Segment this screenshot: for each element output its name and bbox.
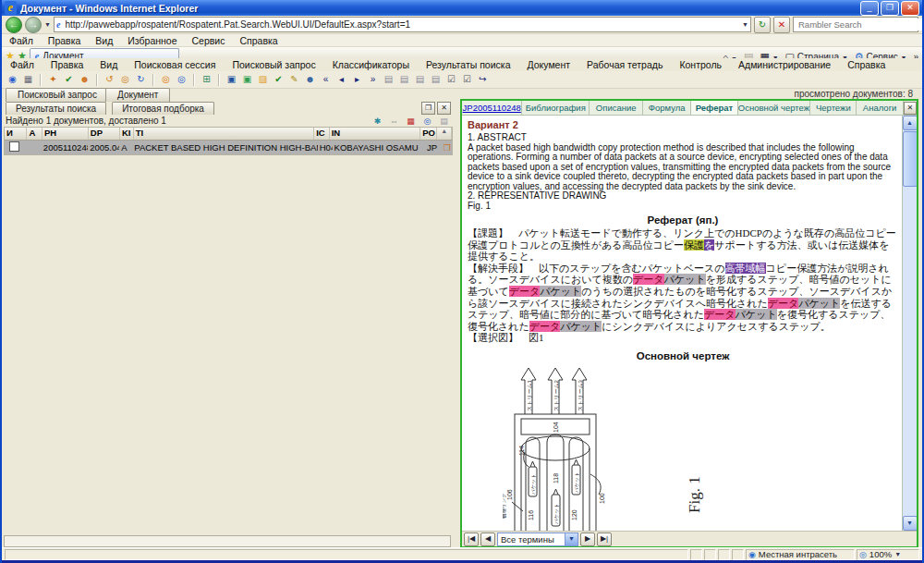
app-menu-classifiers[interactable]: Классификаторы (324, 59, 418, 70)
vertical-scrollbar[interactable]: ▲ ▼ (902, 116, 917, 531)
app-menu-view[interactable]: Вид (91, 59, 126, 70)
tab-drawings[interactable]: Чертежи (810, 101, 857, 115)
refresh-icon[interactable]: ↻ (134, 73, 148, 86)
nav-prev-button[interactable]: ◀ (480, 532, 495, 546)
search-input[interactable] (796, 18, 922, 31)
close-button[interactable]: ✕ (901, 1, 919, 16)
nav-last-icon[interactable]: » (366, 73, 380, 86)
tab-search-results[interactable]: Результаты поиска (6, 102, 106, 115)
jump-icon[interactable]: ↪ (476, 73, 490, 86)
document-icon[interactable]: ▤ (437, 115, 451, 128)
menu-favorites[interactable]: Избранное (120, 35, 184, 46)
zoom-panel[interactable]: ◎ 100% ▼ (857, 549, 919, 560)
tab-claims[interactable]: Формула (643, 101, 691, 115)
app-menu-administration[interactable]: Администрирование (730, 59, 839, 70)
col-header-po[interactable]: PO (420, 128, 437, 140)
tab-final-selection[interactable]: Итоговая подборка (112, 102, 214, 115)
col-header-ki[interactable]: KI (120, 128, 134, 140)
print-icon[interactable]: ▦ (21, 73, 35, 86)
col-header-ic[interactable]: IC (314, 128, 329, 140)
url-dropdown-icon[interactable]: ▼ (742, 21, 748, 28)
nav-first-button[interactable]: |◀ (464, 532, 479, 546)
app-menu-workbook[interactable]: Рабочая тетрадь (578, 59, 671, 70)
fit-columns-icon[interactable]: ⇔ (387, 115, 401, 128)
col-header-dp[interactable]: DP (89, 128, 120, 140)
col-header-i[interactable]: И (5, 128, 27, 140)
app-menu-search-query[interactable]: Поисковый запрос (224, 59, 323, 70)
menu-tools[interactable]: Сервис (185, 35, 233, 46)
undo-icon[interactable]: ↺ (103, 73, 116, 86)
check-icon[interactable]: ✔ (272, 73, 286, 86)
menu-file[interactable]: Файл (2, 35, 41, 46)
checkbox-all-icon[interactable]: ☑ (444, 73, 458, 86)
view-toggle-icon[interactable]: ▦ (404, 115, 418, 128)
scroll-down-icon[interactable]: ▼ (903, 516, 918, 531)
url-input[interactable] (63, 18, 739, 31)
col-header-in[interactable]: IN (330, 128, 421, 140)
folder-icon[interactable]: ▨ (256, 73, 270, 86)
row-checkbox[interactable] (9, 141, 19, 152)
search-orange-icon[interactable]: ◎ (159, 73, 173, 86)
pane-maximize-button[interactable]: ❒ (421, 102, 435, 115)
window-blue-icon[interactable]: ▣ (225, 73, 238, 86)
checkbox-none-icon[interactable]: ☑ (460, 73, 474, 86)
tab-analogs[interactable]: Аналоги (857, 101, 903, 115)
tab-main-drawing[interactable]: Основной чертеж (738, 101, 811, 115)
chevron-down-icon[interactable]: ▼ (565, 533, 578, 545)
app-menu-document[interactable]: Документ (518, 59, 578, 70)
nav-next-icon[interactable]: ▸ (350, 73, 364, 86)
nav-prev-icon[interactable]: ◂ (334, 73, 348, 86)
page-prev-icon[interactable]: ▤ (397, 73, 411, 86)
page-next-icon[interactable]: ▤ (413, 73, 427, 86)
search-blue-icon[interactable]: ◎ (175, 73, 188, 86)
col-header-a[interactable]: А (27, 128, 42, 140)
tab-patent-number[interactable]: JP2005110248 (462, 101, 522, 115)
settings-icon[interactable]: ✱ (371, 115, 384, 128)
menu-view[interactable]: Вид (88, 35, 120, 46)
history-dropdown-icon[interactable]: ▼ (44, 21, 51, 28)
horizontal-scrollbar[interactable] (4, 535, 451, 547)
app-menu-control[interactable]: Контроль (671, 59, 730, 70)
stop-button[interactable]: ✕ (773, 17, 790, 33)
user-icon[interactable]: ☻ (78, 73, 91, 86)
validate-icon[interactable]: ✔ (62, 73, 76, 86)
pane-close-button[interactable]: ✕ (437, 102, 451, 115)
menu-help[interactable]: Справка (232, 35, 285, 46)
table-row[interactable]: 2005110248 2005.04.21 A PACKET BASED HIG… (4, 141, 453, 155)
minimize-button[interactable]: _ (860, 1, 879, 16)
nav-first-icon[interactable]: « (319, 73, 333, 86)
forward-button[interactable]: → (25, 17, 42, 33)
session-icon[interactable]: ✦ (46, 73, 60, 86)
open-document-icon[interactable]: ❐ (442, 143, 452, 153)
tab-bibliography[interactable]: Библиография (522, 101, 590, 115)
tab-description[interactable]: Описание (590, 101, 643, 115)
page-first-icon[interactable]: ▤ (382, 73, 395, 86)
menu-edit[interactable]: Правка (41, 35, 88, 46)
query-search-icon[interactable]: ◎ (118, 73, 132, 86)
tab-abstract[interactable]: Реферат (691, 101, 737, 115)
app-menu-edit[interactable]: Правка (43, 59, 91, 70)
back-button[interactable]: ← (6, 17, 22, 33)
maximize-button[interactable]: ❐ (881, 1, 899, 16)
globe-icon[interactable]: ◉ (6, 73, 19, 86)
app-menu-help[interactable]: Справка (839, 59, 894, 70)
scrollbar-thumb[interactable] (903, 131, 918, 187)
scroll-up-icon[interactable]: ▲ (437, 128, 452, 140)
select-window-icon[interactable]: ⊞ (200, 73, 213, 86)
app-menu-search-results[interactable]: Результаты поиска (418, 59, 519, 70)
search-icon[interactable]: ◎ (420, 115, 434, 128)
document-close-button[interactable]: ✕ (904, 102, 917, 115)
nav-next-button[interactable]: ▶ (580, 532, 595, 546)
refresh-button[interactable]: ↻ (754, 17, 771, 33)
edit-icon[interactable]: ✎ (287, 73, 301, 86)
page-last-icon[interactable]: ▤ (429, 73, 443, 86)
col-header-ti[interactable]: TI (134, 128, 315, 140)
app-menu-search-session[interactable]: Поисковая сессия (126, 59, 224, 70)
zoom-dropdown-icon[interactable]: ▼ (894, 551, 901, 557)
scroll-up-icon[interactable]: ▲ (903, 116, 918, 130)
terms-select[interactable]: Все термины ▼ (497, 532, 578, 546)
col-header-ph[interactable]: PH (43, 128, 89, 140)
window-new-icon[interactable]: ▣ (240, 73, 254, 86)
user-go-icon[interactable]: ☻ (303, 73, 317, 86)
app-menu-file[interactable]: Файл (2, 59, 43, 70)
